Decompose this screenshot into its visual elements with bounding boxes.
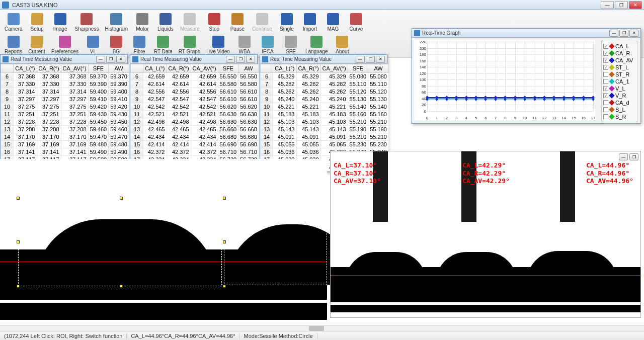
column-header[interactable]: CA_L(°) — [273, 64, 296, 73]
panel-min-button[interactable]: — — [609, 30, 618, 37]
table-row[interactable]: 642.65942.65942.65956.55056.550 — [131, 73, 259, 80]
roi-handle[interactable] — [223, 240, 226, 243]
legend-checkbox[interactable] — [603, 107, 608, 112]
table-row[interactable]: 1145.18345.18345.18355.16055.160 — [261, 111, 389, 118]
column-header[interactable]: CA_AV(°) — [61, 64, 88, 73]
legend-checkbox[interactable] — [603, 114, 608, 119]
toolbar-about[interactable]: About — [331, 34, 353, 56]
column-header[interactable] — [261, 64, 273, 73]
roi-handle[interactable] — [120, 197, 123, 200]
toolbar-motor[interactable]: Motor — [131, 12, 153, 33]
table-row[interactable]: 637.36837.36837.36859.37059.370 — [1, 73, 129, 80]
panel-close-button[interactable]: ✕ — [116, 56, 125, 63]
column-header[interactable]: CA_L(°) — [14, 64, 37, 73]
legend-item-st_l[interactable]: ✓ST_L — [603, 64, 635, 71]
toolbar-bg[interactable]: BG — [105, 34, 127, 56]
toolbar-import[interactable]: Import — [299, 12, 321, 33]
legend-checkbox[interactable]: ✓ — [603, 86, 608, 91]
table-row[interactable]: 945.24045.24045.24055.13055.130 — [261, 96, 389, 103]
toolbar-camera[interactable]: Camera — [2, 12, 25, 33]
panel-close-button[interactable]: ✕ — [246, 56, 255, 63]
table-row[interactable]: 842.55642.55642.55656.61056.610 — [131, 88, 259, 96]
panel-min-button[interactable]: — — [226, 56, 235, 63]
scrollbar-thumb[interactable] — [309, 326, 324, 331]
table-row[interactable]: 1242.49842.49842.49856.63056.630 — [131, 118, 259, 126]
close-button[interactable]: ✕ — [629, 1, 642, 9]
toolbar-single[interactable]: Single — [276, 12, 298, 33]
toolbar-stop[interactable]: Stop — [203, 12, 225, 33]
roi-handle[interactable] — [17, 285, 20, 288]
legend-checkbox[interactable] — [603, 72, 608, 77]
legend-checkbox[interactable]: ✓ — [603, 58, 608, 63]
legend-item-ca_d[interactable]: CA_d — [603, 99, 635, 106]
realtime-graph-panel[interactable]: Real-Time Graph — ❐ ✕ 220200180160140120… — [412, 28, 641, 124]
realtime-value-panel-1[interactable]: Real Time Measuring Value—❐✕CA_L(°)CA_R(… — [0, 54, 128, 172]
toolbar-current[interactable]: Current — [26, 34, 48, 56]
toolbar-pause[interactable]: Pause — [226, 12, 249, 33]
panel-close-button[interactable]: ✕ — [376, 56, 385, 63]
panel-min-button[interactable]: — — [356, 56, 365, 63]
toolbar-sfe[interactable]: SFE — [280, 34, 302, 56]
panel-restore-button[interactable]: ❐ — [366, 56, 375, 63]
panel-restore-button[interactable]: ❐ — [106, 56, 115, 63]
table-row[interactable]: 837.31437.31437.31459.40059.400 — [1, 88, 129, 96]
legend-item-v_l[interactable]: ✓V_L — [603, 85, 635, 92]
panel-restore-button[interactable]: ❐ — [619, 30, 628, 37]
column-header[interactable]: SFE — [348, 64, 368, 73]
toolbar-histogram[interactable]: Histogram — [102, 12, 130, 33]
column-header[interactable]: CA_R(°) — [37, 64, 61, 73]
legend-item-ca_r[interactable]: ✓CA_R — [603, 50, 635, 57]
toolbar-liquids[interactable]: Liquids — [154, 12, 177, 33]
legend-checkbox[interactable] — [603, 100, 608, 105]
live-video-right[interactable]: CA_L=37.10° CA_R=37.10° CA_AV=37.10° CA_… — [330, 151, 641, 318]
legend-item-ca_l[interactable]: ✓CA_L — [603, 43, 635, 50]
roi-box-2[interactable] — [221, 218, 327, 285]
table-row[interactable]: 745.28245.28245.28255.11055.110 — [261, 80, 389, 88]
column-header[interactable]: CA_AV(°) — [191, 64, 218, 73]
toolbar-language[interactable]: Language — [303, 34, 331, 56]
legend-item-ca_1[interactable]: CA_1 — [603, 78, 635, 85]
roi-handle[interactable] — [17, 240, 20, 243]
roi-handle[interactable] — [17, 197, 20, 200]
toolbar-mag[interactable]: MAG — [322, 12, 344, 33]
table-row[interactable]: 1245.10345.10345.10355.21055.210 — [261, 118, 389, 126]
toolbar-preferences[interactable]: Preferences — [49, 34, 81, 56]
measuring-value-table[interactable]: CA_L(°)CA_R(°)CA_AV(°)SFEAW642.65942.659… — [130, 64, 259, 172]
toolbar-wba[interactable]: WBA — [233, 34, 256, 56]
baseline-right[interactable] — [331, 275, 640, 276]
column-header[interactable]: SFE — [218, 64, 238, 73]
maximize-button[interactable]: ❐ — [615, 1, 628, 9]
roi-handle[interactable] — [223, 285, 226, 288]
legend-item-ca_av[interactable]: ✓CA_AV — [603, 57, 635, 64]
live-video-left[interactable] — [0, 159, 327, 324]
video-restore-button[interactable]: ❐ — [629, 153, 638, 160]
table-row[interactable]: 1345.14345.14345.14355.19055.190 — [261, 126, 389, 133]
table-row[interactable]: 1437.17037.17037.17059.47059.470 — [1, 133, 129, 141]
legend-checkbox[interactable]: ✓ — [603, 51, 608, 56]
column-header[interactable]: CA_R(°) — [296, 64, 320, 73]
column-header[interactable]: CA_AV(°) — [320, 64, 348, 73]
table-row[interactable]: 737.33037.33037.33059.39059.390 — [1, 80, 129, 88]
column-header[interactable]: CA_R(°) — [167, 64, 191, 73]
column-header[interactable] — [1, 64, 14, 73]
toolbar-rt-graph[interactable]: RT Graph — [176, 34, 203, 56]
table-row[interactable]: 1637.14137.14137.14159.49059.490 — [1, 148, 129, 156]
table-row[interactable]: 1045.22145.22145.22155.14055.140 — [261, 103, 389, 111]
toolbar-fibre[interactable]: Fibre — [128, 34, 150, 56]
toolbar-rt-data[interactable]: RT Data — [151, 34, 175, 56]
video-min-button[interactable]: — — [619, 153, 628, 160]
column-header[interactable]: CA_L(°) — [143, 64, 167, 73]
table-row[interactable]: 1445.09145.09145.09155.21055.210 — [261, 133, 389, 141]
legend-item-s_l[interactable]: S_L — [603, 106, 635, 113]
table-row[interactable]: 1137.25137.25137.25159.43059.430 — [1, 111, 129, 118]
legend-item-v_r[interactable]: ✓V_R — [603, 92, 635, 99]
roi-handle[interactable] — [120, 285, 123, 288]
toolbar-vl[interactable]: VL — [82, 34, 104, 56]
table-row[interactable]: 1545.06545.06545.06555.23055.230 — [261, 141, 389, 148]
toolbar-curve[interactable]: Curve — [345, 12, 367, 33]
graph-plot-area[interactable]: 2202001801601401201008060402000123456789… — [414, 40, 595, 120]
toolbar-image[interactable]: Image — [49, 12, 71, 33]
legend-item-s_r[interactable]: S_R — [603, 113, 635, 120]
toolbar-ieca[interactable]: IECA — [257, 34, 279, 56]
legend-checkbox[interactable] — [603, 79, 608, 84]
